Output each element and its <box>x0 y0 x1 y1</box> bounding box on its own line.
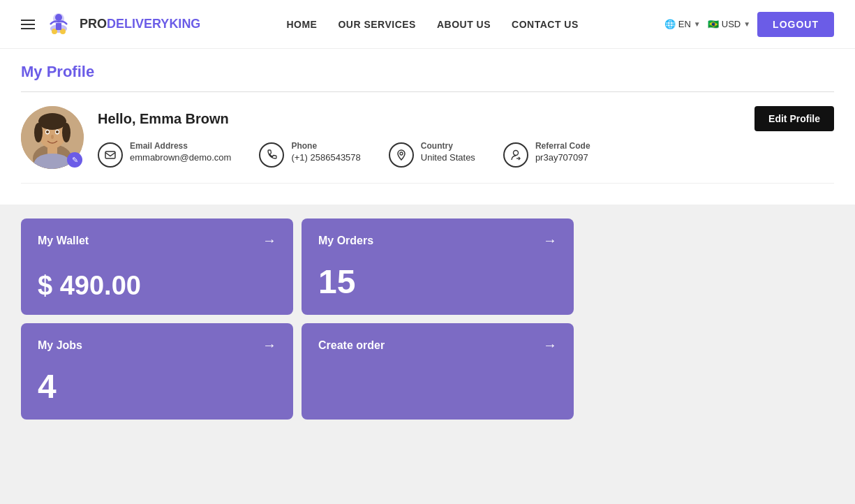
nav-about-us[interactable]: ABOUT US <box>437 19 491 30</box>
svg-rect-18 <box>105 151 115 158</box>
page-title: My Profile <box>21 63 834 92</box>
nav-contact-us[interactable]: CONTACT US <box>512 19 579 30</box>
nav-home[interactable]: HOME <box>286 19 317 30</box>
svg-point-15 <box>46 131 49 133</box>
svg-point-19 <box>400 152 403 155</box>
svg-point-4 <box>55 14 62 21</box>
jobs-card-label: My Jobs <box>38 339 82 352</box>
orders-card-label: My Orders <box>318 235 373 247</box>
detail-referral: Referral Code pr3ay707097 <box>503 141 618 168</box>
avatar-edit-icon[interactable]: ✎ <box>67 152 82 168</box>
referral-icon <box>503 142 528 168</box>
create-order-card-header: Create order → <box>318 337 557 353</box>
country-detail-text: Country United States <box>421 141 475 163</box>
phone-detail-text: Phone (+1) 2586543578 <box>291 141 360 163</box>
lang-label: EN <box>678 19 691 29</box>
logo-icon <box>43 9 74 40</box>
hamburger-menu[interactable] <box>21 20 35 29</box>
logo[interactable]: PRODELIVERYKING <box>43 9 200 40</box>
orders-arrow-icon: → <box>543 232 557 249</box>
orders-card[interactable]: My Orders → 15 <box>302 218 574 315</box>
globe-icon: 🌐 <box>664 19 676 29</box>
profile-info: Hello, Emma Brown Edit Profile Email Add… <box>98 106 834 168</box>
currency-chevron-icon: ▼ <box>743 20 750 28</box>
header-nav: HOME OUR SERVICES ABOUT US CONTACT US <box>286 19 578 30</box>
email-icon <box>98 142 123 168</box>
orders-card-value: 15 <box>318 262 557 301</box>
create-order-card-label: Create order <box>318 339 385 352</box>
cards-section: My Wallet → $ 490.00 My Orders → 15 My J… <box>0 205 855 433</box>
profile-name-row: Hello, Emma Brown Edit Profile <box>98 106 834 131</box>
orders-card-header: My Orders → <box>318 232 557 249</box>
nav-our-services[interactable]: OUR SERVICES <box>338 19 416 30</box>
wallet-card-header: My Wallet → <box>38 232 276 249</box>
detail-phone: Phone (+1) 2586543578 <box>259 141 388 168</box>
email-detail-text: Email Address emmabrown@demo.com <box>130 141 231 163</box>
location-icon <box>389 142 414 168</box>
profile-greeting: Hello, Emma Brown <box>98 111 229 127</box>
wallet-card-value: $ 490.00 <box>38 271 276 301</box>
referral-detail-text: Referral Code pr3ay707097 <box>535 141 590 163</box>
jobs-card[interactable]: My Jobs → 4 <box>21 323 293 420</box>
flag-icon: 🇧🇷 <box>708 19 719 29</box>
svg-point-11 <box>34 123 43 142</box>
wallet-card[interactable]: My Wallet → $ 490.00 <box>21 218 293 315</box>
header-left: PRODELIVERYKING <box>21 9 200 40</box>
wallet-card-label: My Wallet <box>38 235 89 247</box>
avatar-wrapper: ✎ <box>21 106 84 169</box>
logo-text: PRODELIVERYKING <box>80 17 200 31</box>
jobs-card-header: My Jobs → <box>38 337 276 353</box>
edit-profile-button[interactable]: Edit Profile <box>754 106 834 131</box>
svg-rect-5 <box>56 23 61 30</box>
svg-point-16 <box>56 131 59 133</box>
profile-section: ✎ Hello, Emma Brown Edit Profile <box>21 106 834 184</box>
svg-point-17 <box>51 135 54 139</box>
jobs-arrow-icon: → <box>262 337 276 353</box>
header: PRODELIVERYKING HOME OUR SERVICES ABOUT … <box>0 0 855 49</box>
svg-point-20 <box>513 151 518 156</box>
language-selector[interactable]: 🌐 EN ▼ <box>664 19 701 29</box>
logout-button[interactable]: LOGOUT <box>757 12 834 37</box>
header-right: 🌐 EN ▼ 🇧🇷 USD ▼ LOGOUT <box>664 12 834 37</box>
wallet-arrow-icon: → <box>262 232 276 249</box>
detail-country: Country United States <box>389 141 503 168</box>
jobs-card-value: 4 <box>38 367 276 406</box>
phone-icon <box>259 142 284 168</box>
lang-chevron-icon: ▼ <box>694 20 701 28</box>
currency-selector[interactable]: 🇧🇷 USD ▼ <box>708 19 750 29</box>
currency-label: USD <box>722 19 741 29</box>
detail-email: Email Address emmabrown@demo.com <box>98 141 259 168</box>
svg-point-12 <box>62 123 70 142</box>
page-content: My Profile <box>0 49 855 205</box>
svg-point-10 <box>38 113 66 130</box>
create-order-card[interactable]: Create order → <box>302 323 574 420</box>
create-order-arrow-icon: → <box>543 337 557 353</box>
profile-details: Email Address emmabrown@demo.com Phone (… <box>98 141 834 168</box>
